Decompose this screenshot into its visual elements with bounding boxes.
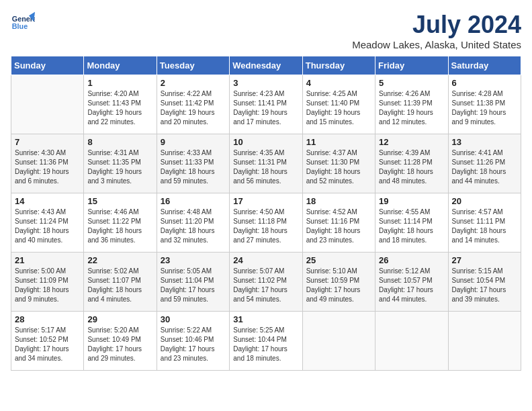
- calendar-cell: 27Sunrise: 5:15 AM Sunset: 10:54 PM Dayl…: [448, 253, 521, 312]
- calendar-cell: [375, 312, 448, 371]
- title-block: July 2024 Meadow Lakes, Alaska, United S…: [352, 11, 521, 50]
- day-info: Sunrise: 4:39 AM Sunset: 11:28 PM Daylig…: [379, 148, 444, 186]
- day-info: Sunrise: 5:12 AM Sunset: 10:57 PM Daylig…: [379, 267, 444, 304]
- day-info: Sunrise: 4:50 AM Sunset: 11:18 PM Daylig…: [233, 208, 298, 245]
- day-info: Sunrise: 4:26 AM Sunset: 11:39 PM Daylig…: [379, 89, 444, 127]
- calendar-cell: 21Sunrise: 5:00 AM Sunset: 11:09 PM Dayl…: [11, 253, 84, 312]
- day-info: Sunrise: 4:23 AM Sunset: 11:41 PM Daylig…: [233, 89, 298, 127]
- day-number: 7: [15, 137, 80, 147]
- calendar-cell: 9Sunrise: 4:33 AM Sunset: 11:33 PM Dayli…: [157, 134, 229, 193]
- calendar-week-3: 14Sunrise: 4:43 AM Sunset: 11:24 PM Dayl…: [11, 193, 521, 253]
- calendar-cell: 17Sunrise: 4:50 AM Sunset: 11:18 PM Dayl…: [230, 193, 302, 253]
- calendar-cell: 19Sunrise: 4:55 AM Sunset: 11:14 PM Dayl…: [375, 193, 448, 253]
- calendar-header: SundayMondayTuesdayWednesdayThursdayFrid…: [11, 56, 521, 75]
- calendar-cell: 24Sunrise: 5:07 AM Sunset: 11:02 PM Dayl…: [230, 253, 302, 312]
- day-number: 26: [379, 255, 444, 265]
- calendar-cell: 25Sunrise: 5:10 AM Sunset: 10:59 PM Dayl…: [302, 253, 375, 312]
- calendar-cell: 10Sunrise: 4:35 AM Sunset: 11:31 PM Dayl…: [230, 134, 302, 193]
- day-number: 5: [379, 78, 444, 88]
- day-info: Sunrise: 4:52 AM Sunset: 11:16 PM Daylig…: [306, 208, 371, 245]
- day-info: Sunrise: 4:20 AM Sunset: 11:43 PM Daylig…: [87, 89, 152, 127]
- day-info: Sunrise: 4:46 AM Sunset: 11:22 PM Daylig…: [87, 208, 152, 245]
- weekday-header-sunday: Sunday: [11, 56, 84, 75]
- day-number: 18: [306, 196, 371, 206]
- calendar-cell: 8Sunrise: 4:31 AM Sunset: 11:35 PM Dayli…: [84, 134, 157, 193]
- day-number: 20: [452, 196, 517, 206]
- calendar-cell: 14Sunrise: 4:43 AM Sunset: 11:24 PM Dayl…: [11, 193, 84, 253]
- day-number: 2: [161, 78, 226, 88]
- logo: General Blue: [11, 11, 35, 35]
- day-number: 19: [379, 196, 444, 206]
- calendar-cell: 26Sunrise: 5:12 AM Sunset: 10:57 PM Dayl…: [375, 253, 448, 312]
- day-info: Sunrise: 4:31 AM Sunset: 11:35 PM Daylig…: [87, 148, 152, 186]
- weekday-header-wednesday: Wednesday: [230, 56, 302, 75]
- day-number: 6: [452, 78, 517, 88]
- day-info: Sunrise: 5:25 AM Sunset: 10:44 PM Daylig…: [233, 326, 298, 363]
- logo-icon: General Blue: [11, 11, 35, 35]
- day-number: 29: [87, 314, 152, 324]
- day-info: Sunrise: 5:02 AM Sunset: 11:07 PM Daylig…: [87, 267, 152, 304]
- day-info: Sunrise: 4:33 AM Sunset: 11:33 PM Daylig…: [161, 148, 226, 186]
- calendar-body: 1Sunrise: 4:20 AM Sunset: 11:43 PM Dayli…: [11, 75, 521, 371]
- day-info: Sunrise: 4:30 AM Sunset: 11:36 PM Daylig…: [15, 148, 80, 186]
- day-number: 22: [87, 255, 152, 265]
- day-info: Sunrise: 4:57 AM Sunset: 11:11 PM Daylig…: [452, 208, 517, 245]
- calendar-cell: 16Sunrise: 4:48 AM Sunset: 11:20 PM Dayl…: [157, 193, 229, 253]
- day-info: Sunrise: 5:17 AM Sunset: 10:52 PM Daylig…: [15, 326, 80, 363]
- svg-text:Blue: Blue: [12, 22, 28, 30]
- calendar-week-1: 1Sunrise: 4:20 AM Sunset: 11:43 PM Dayli…: [11, 75, 521, 134]
- weekday-header-saturday: Saturday: [448, 56, 521, 75]
- day-info: Sunrise: 4:41 AM Sunset: 11:26 PM Daylig…: [452, 148, 517, 186]
- calendar-cell: 31Sunrise: 5:25 AM Sunset: 10:44 PM Dayl…: [230, 312, 302, 371]
- day-info: Sunrise: 4:22 AM Sunset: 11:42 PM Daylig…: [161, 89, 226, 127]
- calendar-week-4: 21Sunrise: 5:00 AM Sunset: 11:09 PM Dayl…: [11, 253, 521, 312]
- day-info: Sunrise: 4:37 AM Sunset: 11:30 PM Daylig…: [306, 148, 371, 186]
- day-info: Sunrise: 5:05 AM Sunset: 11:04 PM Daylig…: [161, 267, 226, 304]
- day-number: 16: [161, 196, 226, 206]
- day-number: 24: [233, 255, 298, 265]
- weekday-header-monday: Monday: [84, 56, 157, 75]
- day-number: 9: [161, 137, 226, 147]
- day-info: Sunrise: 5:00 AM Sunset: 11:09 PM Daylig…: [15, 267, 80, 304]
- calendar-cell: 4Sunrise: 4:25 AM Sunset: 11:40 PM Dayli…: [302, 75, 375, 134]
- calendar-cell: 12Sunrise: 4:39 AM Sunset: 11:28 PM Dayl…: [375, 134, 448, 193]
- day-number: 13: [452, 137, 517, 147]
- day-info: Sunrise: 5:10 AM Sunset: 10:59 PM Daylig…: [306, 267, 371, 304]
- day-number: 25: [306, 255, 371, 265]
- calendar-cell: 28Sunrise: 5:17 AM Sunset: 10:52 PM Dayl…: [11, 312, 84, 371]
- calendar-cell: 15Sunrise: 4:46 AM Sunset: 11:22 PM Dayl…: [84, 193, 157, 253]
- day-info: Sunrise: 4:48 AM Sunset: 11:20 PM Daylig…: [161, 208, 226, 245]
- calendar-cell: 13Sunrise: 4:41 AM Sunset: 11:26 PM Dayl…: [448, 134, 521, 193]
- day-number: 4: [306, 78, 371, 88]
- day-info: Sunrise: 5:22 AM Sunset: 10:46 PM Daylig…: [161, 326, 226, 363]
- month-year-title: July 2024: [352, 11, 521, 39]
- calendar-week-2: 7Sunrise: 4:30 AM Sunset: 11:36 PM Dayli…: [11, 134, 521, 193]
- day-number: 12: [379, 137, 444, 147]
- location-subtitle: Meadow Lakes, Alaska, United States: [352, 39, 521, 50]
- page-header: General Blue July 2024 Meadow Lakes, Ala…: [11, 11, 521, 50]
- day-number: 11: [306, 137, 371, 147]
- calendar-cell: 30Sunrise: 5:22 AM Sunset: 10:46 PM Dayl…: [157, 312, 229, 371]
- day-info: Sunrise: 5:15 AM Sunset: 10:54 PM Daylig…: [452, 267, 517, 304]
- weekday-header-tuesday: Tuesday: [157, 56, 229, 75]
- calendar-cell: 1Sunrise: 4:20 AM Sunset: 11:43 PM Dayli…: [84, 75, 157, 134]
- day-number: 30: [161, 314, 226, 324]
- calendar-week-5: 28Sunrise: 5:17 AM Sunset: 10:52 PM Dayl…: [11, 312, 521, 371]
- day-number: 8: [87, 137, 152, 147]
- day-number: 3: [233, 78, 298, 88]
- day-info: Sunrise: 4:28 AM Sunset: 11:38 PM Daylig…: [452, 89, 517, 127]
- calendar-cell: 6Sunrise: 4:28 AM Sunset: 11:38 PM Dayli…: [448, 75, 521, 134]
- calendar-cell: 23Sunrise: 5:05 AM Sunset: 11:04 PM Dayl…: [157, 253, 229, 312]
- day-number: 10: [233, 137, 298, 147]
- calendar-cell: 5Sunrise: 4:26 AM Sunset: 11:39 PM Dayli…: [375, 75, 448, 134]
- calendar-cell: 29Sunrise: 5:20 AM Sunset: 10:49 PM Dayl…: [84, 312, 157, 371]
- calendar-cell: [448, 312, 521, 371]
- calendar-cell: 3Sunrise: 4:23 AM Sunset: 11:41 PM Dayli…: [230, 75, 302, 134]
- day-info: Sunrise: 4:25 AM Sunset: 11:40 PM Daylig…: [306, 89, 371, 127]
- calendar-cell: [302, 312, 375, 371]
- day-number: 17: [233, 196, 298, 206]
- day-number: 1: [87, 78, 152, 88]
- calendar-cell: 22Sunrise: 5:02 AM Sunset: 11:07 PM Dayl…: [84, 253, 157, 312]
- day-number: 15: [87, 196, 152, 206]
- weekday-header-friday: Friday: [375, 56, 448, 75]
